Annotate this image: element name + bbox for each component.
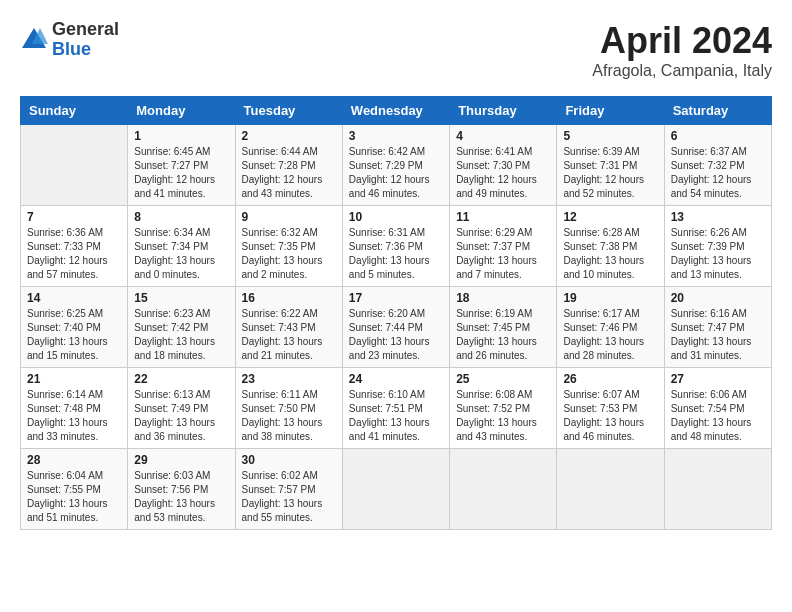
cell-info: Sunrise: 6:11 AM Sunset: 7:50 PM Dayligh… (242, 388, 336, 444)
calendar-cell: 24Sunrise: 6:10 AM Sunset: 7:51 PM Dayli… (342, 368, 449, 449)
header-cell-sunday: Sunday (21, 97, 128, 125)
calendar-cell: 14Sunrise: 6:25 AM Sunset: 7:40 PM Dayli… (21, 287, 128, 368)
logo-icon (20, 26, 48, 54)
day-number: 9 (242, 210, 336, 224)
calendar-body: 1Sunrise: 6:45 AM Sunset: 7:27 PM Daylig… (21, 125, 772, 530)
calendar-week-3: 14Sunrise: 6:25 AM Sunset: 7:40 PM Dayli… (21, 287, 772, 368)
header-cell-friday: Friday (557, 97, 664, 125)
day-number: 1 (134, 129, 228, 143)
calendar-header: SundayMondayTuesdayWednesdayThursdayFrid… (21, 97, 772, 125)
location: Afragola, Campania, Italy (592, 62, 772, 80)
cell-info: Sunrise: 6:39 AM Sunset: 7:31 PM Dayligh… (563, 145, 657, 201)
cell-info: Sunrise: 6:14 AM Sunset: 7:48 PM Dayligh… (27, 388, 121, 444)
calendar-cell: 13Sunrise: 6:26 AM Sunset: 7:39 PM Dayli… (664, 206, 771, 287)
day-number: 29 (134, 453, 228, 467)
cell-info: Sunrise: 6:19 AM Sunset: 7:45 PM Dayligh… (456, 307, 550, 363)
calendar-cell (557, 449, 664, 530)
calendar-cell (664, 449, 771, 530)
day-number: 20 (671, 291, 765, 305)
cell-info: Sunrise: 6:37 AM Sunset: 7:32 PM Dayligh… (671, 145, 765, 201)
calendar-cell: 23Sunrise: 6:11 AM Sunset: 7:50 PM Dayli… (235, 368, 342, 449)
cell-info: Sunrise: 6:13 AM Sunset: 7:49 PM Dayligh… (134, 388, 228, 444)
cell-info: Sunrise: 6:25 AM Sunset: 7:40 PM Dayligh… (27, 307, 121, 363)
calendar-cell: 5Sunrise: 6:39 AM Sunset: 7:31 PM Daylig… (557, 125, 664, 206)
calendar-table: SundayMondayTuesdayWednesdayThursdayFrid… (20, 96, 772, 530)
header-cell-thursday: Thursday (450, 97, 557, 125)
cell-info: Sunrise: 6:26 AM Sunset: 7:39 PM Dayligh… (671, 226, 765, 282)
day-number: 15 (134, 291, 228, 305)
calendar-cell: 7Sunrise: 6:36 AM Sunset: 7:33 PM Daylig… (21, 206, 128, 287)
calendar-cell: 30Sunrise: 6:02 AM Sunset: 7:57 PM Dayli… (235, 449, 342, 530)
calendar-cell: 20Sunrise: 6:16 AM Sunset: 7:47 PM Dayli… (664, 287, 771, 368)
cell-info: Sunrise: 6:20 AM Sunset: 7:44 PM Dayligh… (349, 307, 443, 363)
logo-text: General Blue (52, 20, 119, 60)
day-number: 8 (134, 210, 228, 224)
cell-info: Sunrise: 6:22 AM Sunset: 7:43 PM Dayligh… (242, 307, 336, 363)
calendar-cell (342, 449, 449, 530)
calendar-cell: 3Sunrise: 6:42 AM Sunset: 7:29 PM Daylig… (342, 125, 449, 206)
day-number: 22 (134, 372, 228, 386)
cell-info: Sunrise: 6:16 AM Sunset: 7:47 PM Dayligh… (671, 307, 765, 363)
logo: General Blue (20, 20, 119, 60)
logo-blue-text: Blue (52, 40, 119, 60)
calendar-cell: 12Sunrise: 6:28 AM Sunset: 7:38 PM Dayli… (557, 206, 664, 287)
calendar-cell: 27Sunrise: 6:06 AM Sunset: 7:54 PM Dayli… (664, 368, 771, 449)
calendar-cell: 26Sunrise: 6:07 AM Sunset: 7:53 PM Dayli… (557, 368, 664, 449)
day-number: 19 (563, 291, 657, 305)
calendar-cell (21, 125, 128, 206)
day-number: 30 (242, 453, 336, 467)
cell-info: Sunrise: 6:02 AM Sunset: 7:57 PM Dayligh… (242, 469, 336, 525)
logo-general-text: General (52, 20, 119, 40)
cell-info: Sunrise: 6:08 AM Sunset: 7:52 PM Dayligh… (456, 388, 550, 444)
cell-info: Sunrise: 6:44 AM Sunset: 7:28 PM Dayligh… (242, 145, 336, 201)
day-number: 27 (671, 372, 765, 386)
cell-info: Sunrise: 6:34 AM Sunset: 7:34 PM Dayligh… (134, 226, 228, 282)
day-number: 6 (671, 129, 765, 143)
day-number: 7 (27, 210, 121, 224)
calendar-cell: 4Sunrise: 6:41 AM Sunset: 7:30 PM Daylig… (450, 125, 557, 206)
cell-info: Sunrise: 6:06 AM Sunset: 7:54 PM Dayligh… (671, 388, 765, 444)
day-number: 14 (27, 291, 121, 305)
header-cell-wednesday: Wednesday (342, 97, 449, 125)
calendar-cell: 22Sunrise: 6:13 AM Sunset: 7:49 PM Dayli… (128, 368, 235, 449)
day-number: 3 (349, 129, 443, 143)
calendar-cell: 28Sunrise: 6:04 AM Sunset: 7:55 PM Dayli… (21, 449, 128, 530)
month-title: April 2024 (592, 20, 772, 62)
calendar-week-2: 7Sunrise: 6:36 AM Sunset: 7:33 PM Daylig… (21, 206, 772, 287)
calendar-cell: 19Sunrise: 6:17 AM Sunset: 7:46 PM Dayli… (557, 287, 664, 368)
cell-info: Sunrise: 6:42 AM Sunset: 7:29 PM Dayligh… (349, 145, 443, 201)
header-cell-monday: Monday (128, 97, 235, 125)
header-cell-tuesday: Tuesday (235, 97, 342, 125)
calendar-week-5: 28Sunrise: 6:04 AM Sunset: 7:55 PM Dayli… (21, 449, 772, 530)
calendar-week-1: 1Sunrise: 6:45 AM Sunset: 7:27 PM Daylig… (21, 125, 772, 206)
day-number: 28 (27, 453, 121, 467)
cell-info: Sunrise: 6:17 AM Sunset: 7:46 PM Dayligh… (563, 307, 657, 363)
cell-info: Sunrise: 6:41 AM Sunset: 7:30 PM Dayligh… (456, 145, 550, 201)
cell-info: Sunrise: 6:29 AM Sunset: 7:37 PM Dayligh… (456, 226, 550, 282)
day-number: 10 (349, 210, 443, 224)
calendar-cell: 17Sunrise: 6:20 AM Sunset: 7:44 PM Dayli… (342, 287, 449, 368)
calendar-cell: 15Sunrise: 6:23 AM Sunset: 7:42 PM Dayli… (128, 287, 235, 368)
calendar-cell: 9Sunrise: 6:32 AM Sunset: 7:35 PM Daylig… (235, 206, 342, 287)
day-number: 21 (27, 372, 121, 386)
cell-info: Sunrise: 6:03 AM Sunset: 7:56 PM Dayligh… (134, 469, 228, 525)
day-number: 18 (456, 291, 550, 305)
header-row: SundayMondayTuesdayWednesdayThursdayFrid… (21, 97, 772, 125)
calendar-cell: 29Sunrise: 6:03 AM Sunset: 7:56 PM Dayli… (128, 449, 235, 530)
title-block: April 2024 Afragola, Campania, Italy (592, 20, 772, 80)
day-number: 16 (242, 291, 336, 305)
calendar-week-4: 21Sunrise: 6:14 AM Sunset: 7:48 PM Dayli… (21, 368, 772, 449)
calendar-cell: 21Sunrise: 6:14 AM Sunset: 7:48 PM Dayli… (21, 368, 128, 449)
calendar-cell: 10Sunrise: 6:31 AM Sunset: 7:36 PM Dayli… (342, 206, 449, 287)
day-number: 17 (349, 291, 443, 305)
day-number: 25 (456, 372, 550, 386)
calendar-cell: 18Sunrise: 6:19 AM Sunset: 7:45 PM Dayli… (450, 287, 557, 368)
calendar-cell (450, 449, 557, 530)
day-number: 5 (563, 129, 657, 143)
day-number: 13 (671, 210, 765, 224)
day-number: 26 (563, 372, 657, 386)
day-number: 4 (456, 129, 550, 143)
day-number: 11 (456, 210, 550, 224)
page-header: General Blue April 2024 Afragola, Campan… (20, 20, 772, 80)
calendar-cell: 6Sunrise: 6:37 AM Sunset: 7:32 PM Daylig… (664, 125, 771, 206)
